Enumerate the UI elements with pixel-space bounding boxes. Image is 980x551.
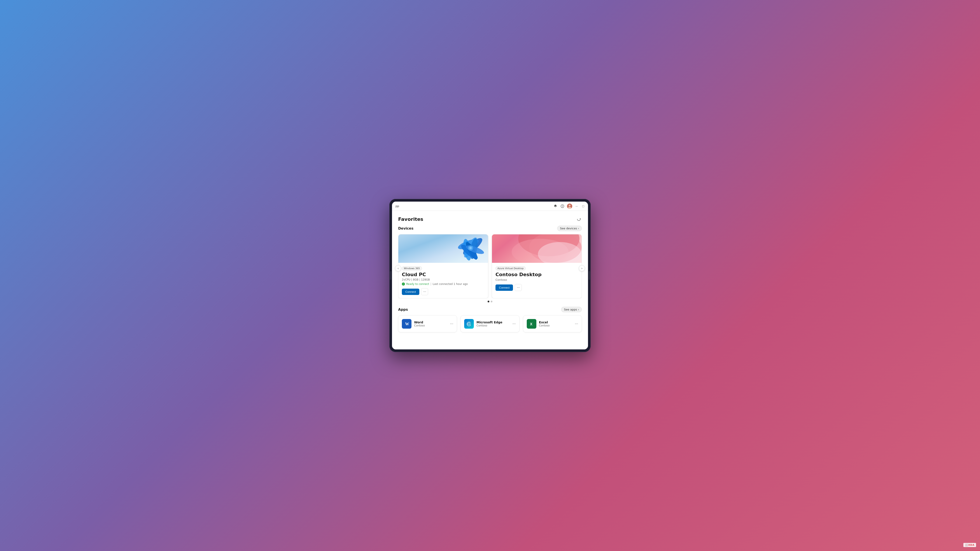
devices-row: Windows 365 Cloud PC 2vCPU | 8GB | 128GB…	[398, 234, 582, 299]
svg-point-3	[569, 205, 571, 206]
apps-row: W Word Contoso ···	[398, 315, 582, 332]
main-content: Favorites Devices See devices › ‹ ›	[392, 211, 588, 349]
edge-org: Contoso	[476, 324, 510, 327]
devices-carousel: ‹ ›	[398, 234, 582, 302]
excel-info: Excel Contoso	[539, 321, 572, 327]
carousel-dots	[398, 301, 582, 302]
status-ready-text: Ready to connect	[406, 283, 429, 286]
avatar[interactable]	[567, 203, 572, 209]
device-card-cloudpc: Windows 365 Cloud PC 2vCPU | 8GB | 128GB…	[398, 234, 488, 299]
see-apps-link[interactable]: See apps ›	[561, 307, 582, 312]
apps-title: Apps	[398, 307, 408, 311]
status-time-text: Last connected 1 hour ago	[433, 283, 468, 286]
devices-title: Devices	[398, 226, 414, 230]
svg-text:?: ?	[562, 205, 563, 208]
word-icon: W	[402, 319, 412, 329]
minimize-button[interactable]: —	[574, 204, 579, 208]
contoso-actions: Connect ···	[495, 284, 578, 291]
favorites-header: Favorites	[398, 216, 582, 222]
device-card-contoso: Azure Virtual Desktop Contoso Desktop Co…	[492, 234, 582, 299]
app-card-edge: Microsoft Edge Contoso ···	[460, 315, 519, 332]
excel-name: Excel	[539, 321, 572, 324]
app-card-word: W Word Contoso ···	[398, 315, 457, 332]
tablet-frame: pp ?	[389, 199, 590, 352]
word-name: Word	[414, 321, 447, 324]
cloudpc-spec: 2vCPU | 8GB | 128GB	[402, 278, 485, 281]
contoso-more-button[interactable]: ···	[515, 284, 522, 291]
contoso-org: Contoso	[495, 278, 578, 281]
contoso-name: Contoso Desktop	[495, 272, 578, 277]
word-info: Word Contoso	[414, 321, 447, 327]
edge-info: Microsoft Edge Contoso	[476, 321, 510, 327]
tablet-screen: pp ?	[392, 202, 588, 349]
carousel-prev-button[interactable]: ‹	[395, 265, 401, 272]
favorites-title: Favorites	[398, 216, 423, 222]
carousel-dot-1[interactable]	[488, 301, 489, 302]
xda-watermark: ⬜XDA	[963, 543, 976, 547]
cloudpc-image	[398, 234, 488, 263]
chevron-right-apps-icon: ›	[578, 308, 579, 311]
word-org: Contoso	[414, 324, 447, 327]
edge-icon	[464, 319, 474, 329]
app-title: pp	[396, 205, 399, 208]
bell-icon[interactable]	[553, 204, 558, 209]
chevron-right-icon: ›	[578, 227, 579, 230]
contoso-connect-button[interactable]: Connect	[495, 284, 513, 291]
carousel-next-button[interactable]: ›	[579, 265, 585, 272]
cloudpc-status: Ready to connect | Last connected 1 hour…	[402, 283, 485, 286]
title-bar-right: ? — □	[553, 203, 585, 209]
edge-name: Microsoft Edge	[476, 321, 510, 324]
contoso-tag: Azure Virtual Desktop	[495, 266, 526, 270]
tablet-side-left	[390, 271, 391, 280]
title-bar: pp ?	[392, 202, 588, 211]
status-ready-icon	[402, 283, 405, 286]
cloudpc-name: Cloud PC	[402, 272, 485, 277]
contoso-image	[492, 234, 582, 263]
see-devices-link[interactable]: See devices ›	[557, 225, 582, 231]
svg-point-14	[469, 247, 472, 249]
svg-text:X: X	[530, 322, 533, 326]
excel-org: Contoso	[539, 324, 572, 327]
devices-header: Devices See devices ›	[398, 225, 582, 231]
cloudpc-connect-button[interactable]: Connect	[402, 289, 419, 295]
refresh-button[interactable]	[576, 216, 582, 222]
excel-more-button[interactable]: ···	[575, 322, 578, 326]
maximize-button[interactable]: □	[581, 204, 585, 208]
cloudpc-content: Windows 365 Cloud PC 2vCPU | 8GB | 128GB…	[398, 263, 488, 298]
svg-text:W: W	[405, 322, 409, 326]
tablet-side-right	[589, 271, 590, 280]
excel-icon: X	[527, 319, 536, 329]
carousel-dot-2[interactable]	[491, 301, 492, 302]
apps-section: Apps See apps › W	[398, 307, 582, 332]
help-icon[interactable]: ?	[560, 204, 565, 209]
title-bar-left: pp	[396, 205, 399, 208]
edge-more-button[interactable]: ···	[512, 322, 515, 326]
cloudpc-more-button[interactable]: ···	[421, 288, 428, 295]
app-card-excel: X Excel Contoso ···	[523, 315, 582, 332]
word-more-button[interactable]: ···	[450, 322, 453, 326]
cloudpc-actions: Connect ···	[402, 288, 485, 295]
status-separator: |	[431, 283, 431, 286]
cloudpc-tag: Windows 365	[402, 266, 422, 270]
apps-header: Apps See apps ›	[398, 307, 582, 312]
contoso-content: Azure Virtual Desktop Contoso Desktop Co…	[492, 263, 582, 294]
